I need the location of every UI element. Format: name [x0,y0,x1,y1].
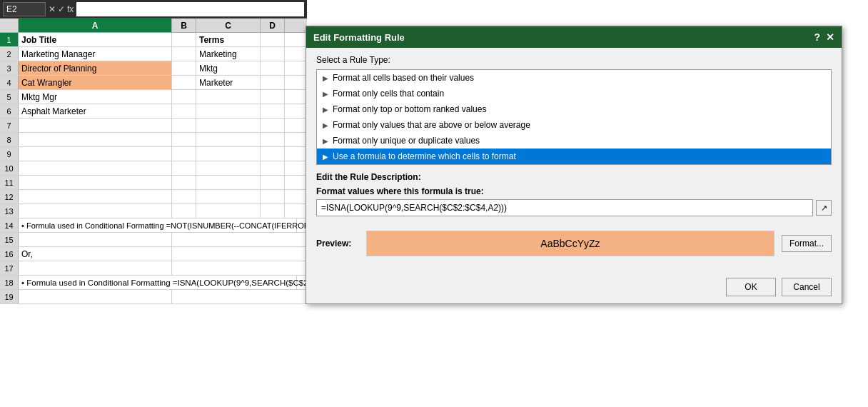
rule-item-3[interactable]: ▶ Format only top or bottom ranked value… [317,101,831,117]
cell-a4[interactable]: Cat Wrangler [19,76,172,89]
select-rule-type-label: Select a Rule Type: [316,55,832,65]
formula-expand-button[interactable]: ↗ [816,200,832,216]
cell-d4[interactable] [261,76,285,89]
cancel-formula-icon[interactable]: ✕ [49,4,56,14]
cell-b12[interactable] [172,190,196,204]
rule-item-label-1: Format all cells based on their values [333,73,474,83]
cell-d6[interactable] [261,104,285,118]
cell-a13[interactable] [19,204,172,218]
cell-c13[interactable] [196,204,261,218]
cell-c5[interactable] [196,90,261,104]
row-num-6: 6 [0,104,19,118]
formula-input[interactable] [76,2,304,16]
cell-b4[interactable] [172,76,196,89]
cell-c7[interactable] [196,119,261,132]
table-row: 1 Job Title Terms [0,33,307,47]
rule-arrow-icon: ▶ [323,106,328,114]
cell-b5[interactable] [172,90,196,104]
cell-d1[interactable] [261,33,285,46]
format-button[interactable]: Format... [782,235,832,252]
cell-a12[interactable] [19,190,172,204]
preview-box: AaBbCcYyZz [366,231,774,256]
cell-a11[interactable] [19,176,172,189]
formula-text-box[interactable]: =ISNA(LOOKUP(9^9,SEARCH($C$2:$C$4,A2))) [316,199,813,216]
cell-d13[interactable] [261,204,285,218]
cell-c6[interactable] [196,104,261,118]
cancel-button[interactable]: Cancel [782,278,832,296]
cell-d7[interactable] [261,119,285,132]
cell-c11[interactable] [196,176,261,189]
cell-a9[interactable] [19,147,172,161]
cell-d8[interactable] [261,133,285,146]
row-num-13: 13 [0,204,19,218]
table-row: 18 • Formula used in Conditional Formatt… [0,276,307,290]
cell-b8[interactable] [172,133,196,146]
cell-a2[interactable]: Marketing Manager [19,47,172,61]
rule-arrow-icon: ▶ [323,153,328,161]
cell-a10[interactable] [19,161,172,175]
row-num-4: 4 [0,76,19,89]
cell-b9[interactable] [172,147,196,161]
table-row: 15 [0,233,307,247]
cell-d10[interactable] [261,161,285,175]
cell-d3[interactable] [261,61,285,75]
cell-a17[interactable] [19,261,172,275]
cell-b2[interactable] [172,47,196,61]
help-icon[interactable]: ? [814,31,820,43]
cell-c2[interactable]: Marketing [196,47,261,61]
edit-rule-desc-label: Edit the Rule Description: [316,172,832,182]
rule-item-4[interactable]: ▶ Format only values that are above or b… [317,117,831,133]
dialog-title-icons: ? ✕ [814,31,834,43]
cell-b6[interactable] [172,104,196,118]
cell-b7[interactable] [172,119,196,132]
cell-reference-box[interactable]: E2 [3,2,46,16]
row-num-19: 19 [0,290,19,303]
cell-a7[interactable] [19,119,172,132]
cell-c3[interactable]: Mktg [196,61,261,75]
cell-c8[interactable] [196,133,261,146]
row-num-17: 17 [0,261,19,275]
cell-d9[interactable] [261,147,285,161]
cell-a3[interactable]: Director of Planning [19,61,172,75]
cell-b13[interactable] [172,204,196,218]
col-header-c[interactable]: C [196,19,261,32]
cell-c4[interactable]: Marketer [196,76,261,89]
ok-button[interactable]: OK [726,278,776,296]
cell-b3[interactable] [172,61,196,75]
col-header-a[interactable]: A [19,19,172,32]
rule-item-5[interactable]: ▶ Format only unique or duplicate values [317,133,831,149]
cell-a5[interactable]: Mktg Mgr [19,90,172,104]
cell-a16: Or, [19,247,172,261]
rule-item-1[interactable]: ▶ Format all cells based on their values [317,70,831,86]
cell-a1[interactable]: Job Title [19,33,172,46]
cell-a14: • Formula used in Conditional Formatting… [19,218,297,232]
rule-arrow-icon: ▶ [323,74,328,82]
close-icon[interactable]: ✕ [826,31,834,43]
cell-c12[interactable] [196,190,261,204]
cell-c1[interactable]: Terms [196,33,261,46]
row-num-header [0,19,19,32]
table-row: 19 [0,290,307,304]
row-num-14: 14 [0,218,19,232]
col-header-b[interactable]: B [172,19,196,32]
cell-b10[interactable] [172,161,196,175]
cell-a19[interactable] [19,290,172,303]
cell-a15[interactable] [19,233,172,246]
row-num-1: 1 [0,33,19,46]
cell-c10[interactable] [196,161,261,175]
cell-d2[interactable] [261,47,285,61]
cell-a8[interactable] [19,133,172,146]
col-header-d[interactable]: D [261,19,285,32]
rule-item-6[interactable]: ▶ Use a formula to determine which cells… [317,149,831,164]
cell-c9[interactable] [196,147,261,161]
insert-function-icon[interactable]: fx [67,4,74,14]
cell-a6[interactable]: Asphalt Marketer [19,104,172,118]
cell-b11[interactable] [172,176,196,189]
cell-d12[interactable] [261,190,285,204]
rule-item-2[interactable]: ▶ Format only cells that contain [317,86,831,101]
cell-d11[interactable] [261,176,285,189]
cell-b1[interactable] [172,33,196,46]
confirm-formula-icon[interactable]: ✓ [58,4,65,14]
cell-d5[interactable] [261,90,285,104]
rule-item-label-3: Format only top or bottom ranked values [333,104,486,114]
